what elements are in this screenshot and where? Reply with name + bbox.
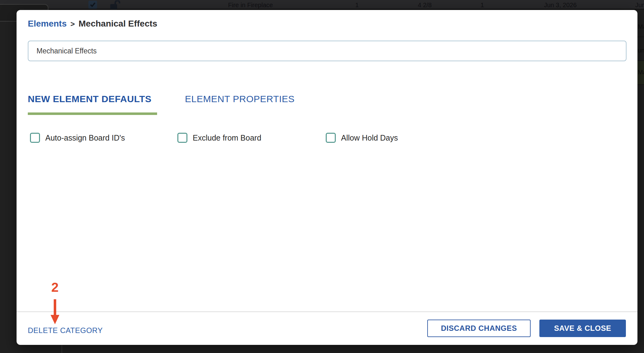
save-and-close-button[interactable]: SAVE & CLOSE: [539, 320, 626, 337]
bg-cell-count: 1: [341, 1, 373, 9]
category-edit-modal: Elements > Mechanical Effects NEW ELEMEN…: [17, 10, 637, 345]
background-row-divider: [637, 37, 644, 37]
checkbox-label: Auto-assign Board ID's: [45, 133, 125, 142]
row-checkbox-checked-icon: [88, 1, 97, 9]
screen: Fire in Fireplace 1 4 2/8 1 Jun 3, 2026 …: [0, 0, 644, 353]
lock-open-icon: [110, 0, 120, 11]
check-icon: [90, 2, 96, 8]
category-name-input[interactable]: [28, 41, 627, 61]
background-table-row: Fire in Fireplace 1 4 2/8 1 Jun 3, 2026 …: [0, 0, 644, 10]
breadcrumb: Elements > Mechanical Effects: [28, 19, 157, 29]
auto-assign-checkbox[interactable]: [30, 133, 40, 143]
checkbox-item-exclude-board: Exclude from Board: [177, 133, 261, 143]
breadcrumb-separator: >: [71, 20, 75, 28]
delete-category-link[interactable]: DELETE CATEGORY: [28, 326, 103, 335]
active-tab-underline: [28, 112, 157, 115]
allow-hold-days-checkbox[interactable]: [326, 133, 336, 143]
background-column-divider: [62, 345, 62, 353]
bg-cell-count2: 1: [467, 1, 498, 9]
background-row-divider: [637, 60, 644, 61]
checkbox-label: Allow Hold Days: [341, 133, 398, 142]
footer-divider: [17, 311, 637, 312]
tab-element-properties[interactable]: ELEMENT PROPERTIES: [185, 94, 295, 104]
bg-text-fragment: Ma: [638, 22, 644, 31]
annotation-arrow-shaft: [54, 299, 56, 316]
checkbox-item-allow-hold-days: Allow Hold Days: [326, 133, 398, 143]
bg-text-fragment: un: [638, 46, 644, 54]
tab-new-element-defaults[interactable]: NEW ELEMENT DEFAULTS: [28, 94, 151, 104]
checkbox-item-auto-assign: Auto-assign Board ID's: [30, 133, 125, 143]
bg-cell-date-clipped: Jun: [635, 1, 644, 9]
exclude-from-board-checkbox[interactable]: [177, 133, 187, 143]
bg-cell-pages: 4 2/8: [409, 1, 440, 9]
bg-text-fragment: Ma: [638, 68, 644, 76]
breadcrumb-current: Mechanical Effects: [79, 19, 157, 29]
annotation-arrow-head-icon: [51, 315, 59, 324]
annotation-step-number: 2: [48, 280, 62, 295]
bg-cell-date: Jun 3, 2026: [535, 1, 585, 9]
discard-changes-button[interactable]: DISCARD CHANGES: [427, 320, 531, 337]
background-row-divider: [637, 84, 644, 85]
breadcrumb-elements-link[interactable]: Elements: [28, 19, 67, 29]
checkbox-label: Exclude from Board: [193, 133, 261, 142]
bg-cell-element-name: Fire in Fireplace: [219, 1, 282, 9]
